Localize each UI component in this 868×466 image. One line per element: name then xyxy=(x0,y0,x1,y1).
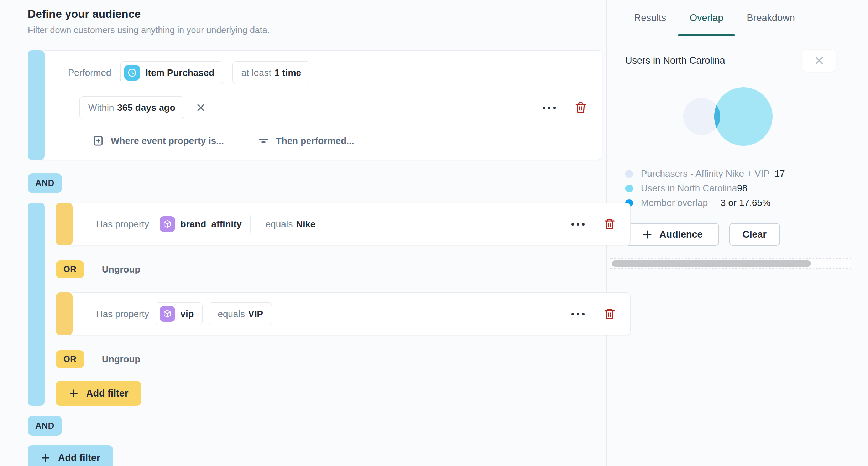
panel-tabs: Results Overlap Breakdown xyxy=(607,0,868,36)
cube-icon xyxy=(160,306,175,322)
more-options-icon[interactable] xyxy=(540,104,558,111)
legend-value: 17 xyxy=(775,168,785,179)
add-filter-label: Add filter xyxy=(58,452,100,464)
property-filter-row: Has property brand_affinity equals Nike xyxy=(56,203,631,245)
condition-chip[interactable]: equals VIP xyxy=(209,302,272,325)
group-color-bar xyxy=(28,50,45,160)
condition-operator: equals xyxy=(266,219,293,230)
legend-value: 98 xyxy=(737,183,747,194)
condition-chip[interactable]: equals Nike xyxy=(257,213,325,235)
event-name: Item Purchased xyxy=(145,67,214,78)
and-operator-badge: AND xyxy=(28,173,62,193)
legend-label: Member overlap xyxy=(641,197,708,208)
then-performed-button[interactable]: Then performed... xyxy=(257,135,354,147)
clock-icon xyxy=(124,65,140,81)
group-color-bar xyxy=(28,203,45,406)
count-prefix: at least xyxy=(241,67,271,78)
window-value: 365 days ago xyxy=(117,102,175,113)
event-chip[interactable]: Item Purchased xyxy=(120,61,223,84)
plus-square-icon xyxy=(92,135,104,147)
or-filter-group: Has property brand_affinity equals Nike xyxy=(28,203,602,406)
property-filter-row: Has property vip equals VIP xyxy=(56,292,631,335)
ungroup-button[interactable]: Ungroup xyxy=(102,264,140,275)
results-panel: Results Overlap Breakdown Users in North… xyxy=(606,0,868,466)
property-name: vip xyxy=(181,309,194,320)
ungroup-button[interactable]: Ungroup xyxy=(102,354,140,365)
property-chip[interactable]: vip xyxy=(156,302,203,325)
legend-dot xyxy=(625,185,633,192)
or-operator-badge: OR xyxy=(56,350,84,368)
add-filter-label: Add filter xyxy=(86,388,129,399)
clear-button[interactable]: Clear xyxy=(729,223,780,246)
overlap-audience-title: Users in North Carolina xyxy=(625,55,725,66)
filter-color-bar xyxy=(56,292,73,335)
condition-value: VIP xyxy=(248,309,263,320)
close-overlap-button[interactable] xyxy=(802,50,836,72)
property-name: brand_affinity xyxy=(181,219,242,230)
more-options-icon[interactable] xyxy=(569,311,587,317)
property-filter-card: Has property vip equals VIP xyxy=(68,292,631,335)
plus-icon xyxy=(68,388,79,399)
event-filter-card: Performed Item Purchased at least 1 time xyxy=(40,50,602,160)
horizontal-scrollbar[interactable] xyxy=(610,258,851,269)
property-filter-card: Has property brand_affinity equals Nike xyxy=(68,203,631,245)
has-property-label: Has property xyxy=(96,309,149,320)
legend-dot xyxy=(625,170,633,178)
more-options-icon[interactable] xyxy=(569,221,587,228)
venn-legend: Purchasers - Affinity Nike + VIP 17 User… xyxy=(625,166,836,210)
clear-label: Clear xyxy=(743,229,767,240)
filter-color-bar xyxy=(56,203,73,245)
has-property-label: Has property xyxy=(96,219,149,230)
legend-row-overlap: Member overlap 3 or 17.65% xyxy=(625,196,836,210)
window-prefix: Within xyxy=(88,102,114,113)
legend-label: Users in North Carolina xyxy=(641,183,737,194)
page-title: Define your audience xyxy=(28,8,606,21)
plus-icon xyxy=(642,229,653,240)
performed-label: Performed xyxy=(68,67,111,78)
venn-diagram xyxy=(625,82,836,152)
count-chip[interactable]: at least 1 time xyxy=(232,61,310,84)
legend-value: 3 or 17.65% xyxy=(721,197,770,208)
event-filter-group: Performed Item Purchased at least 1 time xyxy=(28,50,602,160)
count-value: 1 time xyxy=(274,67,301,78)
where-event-property-button[interactable]: Where event property is... xyxy=(92,135,224,147)
add-filter-group-button[interactable]: Add filter xyxy=(56,381,141,406)
plus-icon xyxy=(40,452,51,463)
venn-circle-audience-b xyxy=(714,87,773,146)
scrollbar-thumb[interactable] xyxy=(612,260,811,267)
add-audience-label: Audience xyxy=(659,229,703,240)
add-audience-button[interactable]: Audience xyxy=(625,223,719,246)
delete-filter-icon[interactable] xyxy=(603,218,616,231)
condition-operator: equals xyxy=(218,309,245,320)
audience-builder: Define your audience Filter down custome… xyxy=(0,0,606,466)
time-window-chip[interactable]: Within 365 days ago xyxy=(79,96,184,119)
condition-value: Nike xyxy=(296,219,315,230)
page-subtitle: Filter down customers using anything in … xyxy=(28,25,606,35)
delete-filter-icon[interactable] xyxy=(603,307,616,320)
tab-breakdown[interactable]: Breakdown xyxy=(735,0,807,36)
add-filter-root-button[interactable]: Add filter xyxy=(28,445,113,466)
close-icon xyxy=(813,55,825,67)
then-performed-label: Then performed... xyxy=(276,135,354,146)
filter-lines-icon xyxy=(257,135,270,147)
remove-time-window-icon[interactable] xyxy=(195,102,206,113)
legend-row-audience-b: Users in North Carolina 98 xyxy=(625,181,836,196)
where-event-property-label: Where event property is... xyxy=(111,135,224,146)
tab-results[interactable]: Results xyxy=(622,0,678,36)
legend-label: Purchasers - Affinity Nike + VIP xyxy=(641,168,770,179)
tab-overlap[interactable]: Overlap xyxy=(678,0,735,36)
or-operator-badge: OR xyxy=(56,260,84,278)
legend-row-audience-a: Purchasers - Affinity Nike + VIP 17 xyxy=(625,166,836,181)
property-chip[interactable]: brand_affinity xyxy=(156,213,251,235)
and-operator-badge: AND xyxy=(28,416,62,436)
delete-filter-icon[interactable] xyxy=(574,101,587,114)
cube-icon xyxy=(160,216,175,232)
